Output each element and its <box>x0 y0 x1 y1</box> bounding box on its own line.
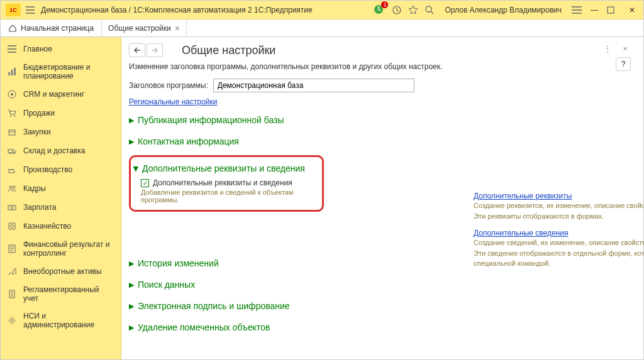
sidebar-item-production[interactable]: Производство <box>1 160 121 179</box>
titlebar-actions: 1 Орлов Александр Владимирович — ✕ <box>373 4 638 16</box>
sidebar-item-warehouse[interactable]: Склад и доставка <box>1 141 121 160</box>
sidebar-item-label: Регламентированный учет <box>23 285 114 303</box>
sidebar-item-label: Продажи <box>23 109 55 117</box>
sidebar-item-purchases[interactable]: Закупки <box>1 123 121 141</box>
tab-close-icon[interactable]: × <box>175 23 180 33</box>
search-icon[interactable] <box>425 5 435 15</box>
right-desc-1a: Создание реквизитов, их изменение, описа… <box>474 200 643 211</box>
regional-settings-link[interactable]: Региональные настройки <box>129 97 218 106</box>
content-pane: Общие настройки ⋮ × ? Изменение заголовк… <box>121 37 643 359</box>
svg-point-8 <box>11 93 13 95</box>
sidebar-item-label: Бюджетирование и планирование <box>23 63 114 80</box>
truck-icon <box>7 146 17 156</box>
svg-rect-19 <box>9 223 15 229</box>
right-desc-2b: Эти сведения отображаются в отдельной фо… <box>474 248 643 269</box>
sidebar-item-label: Внеоборотные активы <box>23 267 102 276</box>
section-signature[interactable]: ▶ Электронная подпись и шифрование <box>129 298 631 314</box>
section-label: Поиск данных <box>138 280 195 290</box>
content-header: Общие настройки ⋮ × <box>129 43 631 57</box>
sidebar-item-treasury[interactable]: Казначейство <box>1 217 121 236</box>
section-additional-attrs[interactable]: ▶ Дополнительные реквизиты и сведения <box>133 161 316 176</box>
user-name[interactable]: Орлов Александр Владимирович <box>445 6 562 14</box>
chevron-right-icon: ▶ <box>129 138 134 146</box>
tab-home[interactable]: Начальная страница <box>1 19 102 36</box>
safe-icon <box>7 221 17 231</box>
right-column: Дополнительные реквизиты Создание реквиз… <box>474 192 643 276</box>
money-icon <box>7 202 17 212</box>
chevron-right-icon: ▶ <box>129 259 134 268</box>
section-delete[interactable]: ▶ Удаление помеченных объектов <box>129 320 631 335</box>
sidebar-item-label: CRM и маркетинг <box>23 90 84 99</box>
sidebar-item-hr[interactable]: Кадры <box>1 179 121 198</box>
sidebar-item-budgeting[interactable]: Бюджетирование и планирование <box>1 58 121 85</box>
window-title: Демонстрационная база / 1С:Комплексная а… <box>41 6 373 14</box>
cart-icon <box>7 108 17 118</box>
hamburger-icon[interactable] <box>26 6 35 14</box>
section-label: Контактная информация <box>138 136 239 146</box>
target-icon <box>7 89 17 99</box>
section-label: История изменений <box>138 258 219 268</box>
notification-badge: 1 <box>381 1 388 8</box>
star-icon[interactable] <box>408 5 418 15</box>
pane-close-icon[interactable]: × <box>619 45 631 56</box>
bell-icon[interactable]: 1 <box>373 4 386 16</box>
menu-icon[interactable] <box>572 6 582 14</box>
home-icon <box>8 24 17 33</box>
maximize-button[interactable] <box>607 6 619 14</box>
sidebar-item-sales[interactable]: Продажи <box>1 104 121 123</box>
sidebar-item-admin[interactable]: НСИ и администрирование <box>1 307 121 334</box>
sidebar-item-label: НСИ и администрирование <box>23 312 114 329</box>
chevron-right-icon: ▶ <box>129 324 134 332</box>
section-publication[interactable]: ▶ Публикация информационной базы <box>129 112 631 128</box>
svg-point-20 <box>11 225 14 228</box>
section-contact[interactable]: ▶ Контактная информация <box>129 134 631 149</box>
history-icon[interactable] <box>392 5 402 15</box>
minimize-button[interactable]: — <box>588 6 601 14</box>
section-label: Удаление помеченных объектов <box>138 322 270 332</box>
svg-point-10 <box>14 116 15 117</box>
svg-point-9 <box>10 116 11 117</box>
nav-forward-button[interactable] <box>147 43 163 57</box>
close-button[interactable]: ✕ <box>626 6 638 14</box>
help-button[interactable]: ? <box>616 57 631 71</box>
tab-current-label: Общие настройки <box>108 24 171 33</box>
chevron-right-icon: ▶ <box>129 281 134 289</box>
svg-point-16 <box>13 186 15 188</box>
additional-attrs-checkbox[interactable]: ✓ <box>141 179 149 187</box>
svg-point-2 <box>426 6 431 12</box>
sidebar-item-label: Кадры <box>23 184 46 193</box>
doc-icon <box>7 289 17 299</box>
section-search[interactable]: ▶ Поиск данных <box>129 277 631 292</box>
sidebar-item-finance[interactable]: Финансовый результат и контроллинг <box>1 236 121 262</box>
sidebar-item-label: Зарплата <box>23 203 57 212</box>
titlebar: Демонстрационная база / 1С:Комплексная а… <box>1 1 643 19</box>
main-area: Главное Бюджетирование и планирование CR… <box>1 37 643 359</box>
svg-point-13 <box>9 153 11 155</box>
tab-current[interactable]: Общие настройки × <box>102 19 187 36</box>
program-title-input[interactable] <box>213 79 414 92</box>
chart-icon <box>7 67 17 77</box>
sidebar-item-accounting[interactable]: Регламентированный учет <box>1 281 121 307</box>
svg-rect-11 <box>9 130 15 135</box>
sidebar-item-label: Производство <box>23 165 72 174</box>
page-description: Изменение заголовка программы, дополните… <box>129 62 631 71</box>
logo-1c-icon <box>6 4 21 16</box>
sidebar-item-crm[interactable]: CRM и маркетинг <box>1 85 121 104</box>
svg-rect-6 <box>14 68 16 75</box>
building-icon <box>7 266 17 276</box>
svg-point-23 <box>11 319 13 322</box>
additional-info-link[interactable]: Дополнительные сведения <box>474 229 568 237</box>
gear-icon <box>7 315 17 325</box>
additional-attrs-link[interactable]: Дополнительные реквизиты <box>474 192 572 200</box>
tabs-bar: Начальная страница Общие настройки × <box>1 19 643 37</box>
nav-back-button[interactable] <box>129 43 145 57</box>
more-icon[interactable]: ⋮ <box>602 45 613 56</box>
sidebar-item-assets[interactable]: Внеоборотные активы <box>1 262 121 281</box>
box-icon <box>7 127 17 137</box>
checkbox-label: Дополнительные реквизиты и сведения <box>153 178 292 187</box>
sidebar-item-main[interactable]: Главное <box>1 40 121 58</box>
sidebar-item-salary[interactable]: Зарплата <box>1 198 121 217</box>
program-title-label: Заголовок программы: <box>129 81 208 90</box>
svg-point-18 <box>11 207 13 209</box>
right-desc-1b: Эти реквизиты отображаются в формах. <box>474 211 643 222</box>
